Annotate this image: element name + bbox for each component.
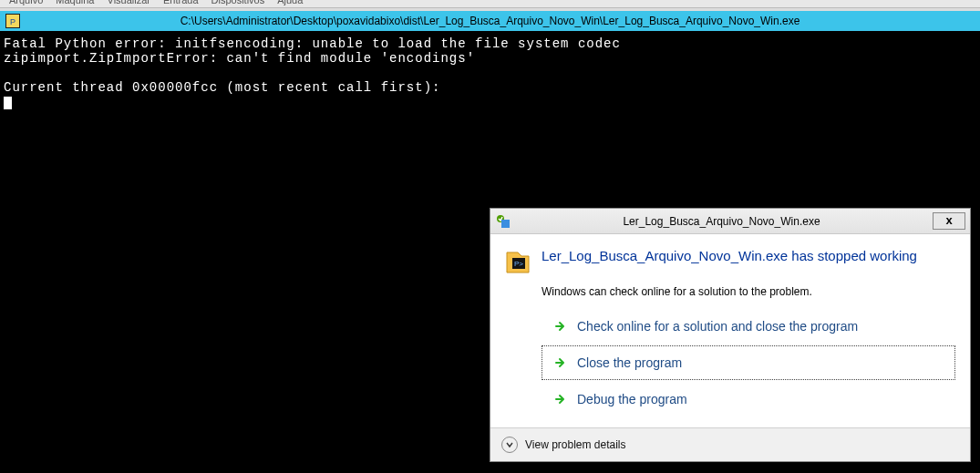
menu-ajuda[interactable]: Ajuda <box>277 0 303 5</box>
svg-rect-4 <box>501 220 510 228</box>
menu-dispositivos[interactable]: Dispositivos <box>211 0 265 5</box>
svg-text:P>: P> <box>514 260 523 268</box>
cmd-label: Debug the program <box>577 392 687 406</box>
console-cursor <box>4 97 12 109</box>
arrow-icon <box>553 319 568 334</box>
view-problem-details[interactable]: View problem details <box>490 428 970 461</box>
dialog-content-text: Windows can check online for a solution … <box>542 285 955 298</box>
console-title: C:\Users\Administrator\Desktop\poxavidab… <box>26 15 980 27</box>
cmd-debug-program[interactable]: Debug the program <box>542 382 955 416</box>
cmd-close-program[interactable]: Close the program <box>542 345 955 380</box>
menu-maquina[interactable]: Máquina <box>56 0 94 5</box>
dialog-body: P> Ler_Log_Busca_Arquivo_Novo_Win.exe ha… <box>490 234 970 428</box>
main-instruction: Ler_Log_Busca_Arquivo_Novo_Win.exe has s… <box>542 247 917 265</box>
console-line: Current thread 0x00000fcc (most recent c… <box>4 80 440 95</box>
console-line: zipimport.ZipImportError: can't find mod… <box>4 51 475 66</box>
dialog-title: Ler_Log_Busca_Arquivo_Novo_Win.exe <box>516 215 933 228</box>
console-titlebar[interactable]: P C:\Users\Administrator\Desktop\poxavid… <box>0 11 980 31</box>
cmd-check-online[interactable]: Check online for a solution and close th… <box>542 309 955 344</box>
arrow-icon <box>553 355 568 370</box>
dialog-titlebar[interactable]: Ler_Log_Busca_Arquivo_Novo_Win.exe x <box>490 209 970 234</box>
error-dialog: Ler_Log_Busca_Arquivo_Novo_Win.exe x P> … <box>490 208 971 462</box>
menu-entrada[interactable]: Entrada <box>163 0 199 5</box>
cmd-label: Close the program <box>577 355 682 370</box>
vm-menubar[interactable]: Arquivo Máquina Visualizar Entrada Dispo… <box>0 0 980 7</box>
python-exe-icon: P <box>5 14 20 28</box>
close-button[interactable]: x <box>933 212 965 230</box>
menu-arquivo[interactable]: Arquivo <box>9 0 43 5</box>
program-icon: P> <box>503 247 532 276</box>
dialog-app-icon <box>496 214 511 229</box>
arrow-icon <box>553 392 568 406</box>
footer-label: View problem details <box>525 438 626 451</box>
console-line: Fatal Python error: initfsencoding: unab… <box>4 36 621 51</box>
svg-text:P: P <box>10 17 15 26</box>
chevron-down-icon <box>501 437 518 453</box>
command-links: Check online for a solution and close th… <box>542 309 955 416</box>
menu-visualizar[interactable]: Visualizar <box>108 0 151 5</box>
cmd-label: Check online for a solution and close th… <box>577 319 858 334</box>
